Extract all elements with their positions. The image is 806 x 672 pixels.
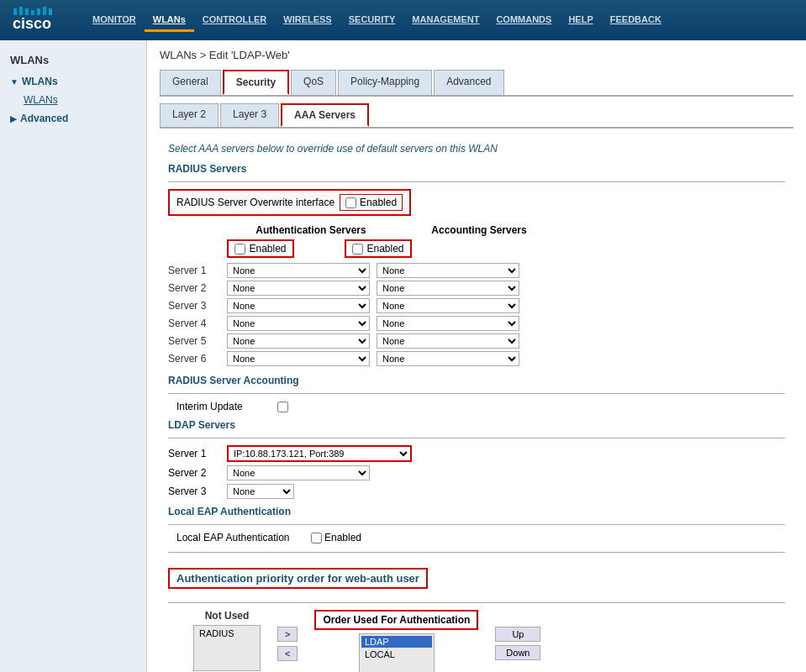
cisco-logo: cisco bbox=[8, 5, 67, 35]
local-eap-divider bbox=[168, 524, 785, 525]
nav-controller[interactable]: CONTROLLER bbox=[194, 9, 275, 32]
acct-server5-select[interactable]: None bbox=[377, 333, 519, 349]
enabled-checkbox-box: Enabled bbox=[340, 194, 403, 211]
tab-security[interactable]: Security bbox=[223, 70, 289, 95]
svg-rect-5 bbox=[37, 8, 40, 15]
not-used-item-empty[interactable] bbox=[196, 640, 258, 652]
acct-server2-select[interactable]: None bbox=[377, 281, 519, 296]
local-eap-checkbox[interactable] bbox=[311, 533, 322, 543]
acct-server4-select[interactable]: None bbox=[377, 316, 519, 331]
ldap-server2-label: Server 2 bbox=[168, 467, 227, 479]
up-button[interactable]: Up bbox=[495, 627, 540, 642]
nav-wireless[interactable]: WIRELESS bbox=[275, 9, 340, 32]
acct-enabled-checkbox[interactable] bbox=[352, 244, 363, 255]
aaa-info-text: Select AAA servers below to override use… bbox=[168, 143, 785, 155]
sub-tab-layer3[interactable]: Layer 3 bbox=[220, 103, 279, 127]
nav-items: MONITOR WLANs CONTROLLER WIRELESS SECURI… bbox=[84, 9, 670, 32]
nav-management[interactable]: MANAGEMENT bbox=[403, 9, 487, 32]
nav-wlans[interactable]: WLANs bbox=[145, 9, 194, 32]
ldap-divider bbox=[168, 438, 785, 438]
tab-policy-mapping[interactable]: Policy-Mapping bbox=[338, 70, 432, 95]
ldap-server2-select[interactable]: None bbox=[227, 465, 370, 480]
tab-advanced[interactable]: Advanced bbox=[434, 70, 503, 95]
nav-commands[interactable]: COMMANDS bbox=[487, 9, 560, 32]
tab-qos[interactable]: QoS bbox=[291, 70, 336, 95]
acct-server6-select[interactable]: None bbox=[377, 351, 519, 366]
acct-server3-select[interactable]: None bbox=[377, 298, 519, 313]
priority-arrows: > < bbox=[277, 627, 298, 661]
auth-priority-header: Authentication priority order for web-au… bbox=[168, 568, 428, 589]
move-left-button[interactable]: < bbox=[277, 646, 298, 661]
order-used-col: Order Used For Authentication LDAP LOCAL bbox=[314, 610, 478, 672]
sidebar-group-label: WLANs bbox=[22, 76, 58, 87]
auth-server2-select[interactable]: None bbox=[227, 281, 370, 296]
sidebar-item-wlans[interactable]: WLANs bbox=[0, 92, 146, 108]
interim-checkbox[interactable] bbox=[277, 402, 288, 412]
ldap-servers-header: LDAP Servers bbox=[168, 419, 785, 431]
auth-server4-select[interactable]: None bbox=[227, 316, 370, 331]
nav-help[interactable]: HELP bbox=[560, 9, 601, 32]
server-row-5: Server 5 None None bbox=[168, 333, 785, 349]
ldap-server1-label: Server 1 bbox=[168, 448, 227, 459]
priority-section: Not Used RADIUS > < Order Used For Authe… bbox=[168, 610, 785, 672]
not-used-item-radius[interactable]: RADIUS bbox=[196, 627, 258, 639]
radius-overwrite-box: RADIUS Server Overwrite interface Enable… bbox=[168, 189, 411, 216]
radius-accounting-header: RADIUS Server Accounting bbox=[168, 375, 785, 386]
auth-enabled-checkbox[interactable] bbox=[234, 244, 245, 255]
radius-servers-header: RADIUS Servers bbox=[168, 163, 785, 175]
order-used-header: Order Used For Authentication bbox=[314, 610, 478, 630]
priority-divider2 bbox=[168, 602, 785, 603]
sidebar-section-title: WLANs bbox=[0, 49, 146, 71]
sidebar-advanced-group[interactable]: ▶ Advanced bbox=[0, 108, 146, 129]
enabled-row: Enabled Enabled bbox=[227, 239, 785, 258]
acct-col-header: Accounting Servers bbox=[395, 224, 563, 236]
svg-rect-3 bbox=[25, 8, 29, 15]
nav-security[interactable]: SECURITY bbox=[340, 9, 404, 32]
auth-server1-select[interactable]: None bbox=[227, 263, 370, 278]
svg-rect-7 bbox=[49, 8, 52, 15]
sidebar-advanced-label: Advanced bbox=[20, 113, 68, 124]
sidebar: WLANs ▼ WLANs WLANs ▶ Advanced bbox=[0, 40, 147, 672]
order-item-local[interactable]: LOCAL bbox=[361, 648, 432, 660]
interim-row: Interim Update bbox=[168, 401, 785, 412]
tab-general[interactable]: General bbox=[160, 70, 221, 95]
down-button[interactable]: Down bbox=[495, 645, 540, 660]
server-row-4: Server 4 None None bbox=[168, 316, 785, 331]
ldap-server3-row: Server 3 None bbox=[168, 484, 785, 499]
svg-rect-1 bbox=[13, 8, 17, 15]
ldap-server1-select[interactable]: IP:10.88.173.121, Port:389 bbox=[227, 445, 412, 462]
interim-label: Interim Update bbox=[176, 401, 277, 412]
overwrite-enabled-checkbox[interactable] bbox=[345, 197, 356, 208]
local-eap-row: Local EAP Authentication Enabled bbox=[168, 532, 785, 543]
svg-rect-6 bbox=[43, 7, 46, 15]
sidebar-wlans-group[interactable]: ▼ WLANs bbox=[0, 71, 146, 92]
server1-label: Server 1 bbox=[168, 265, 227, 276]
server-row-3: Server 3 None None bbox=[168, 298, 785, 313]
server-row-6: Server 6 None None bbox=[168, 351, 785, 366]
server3-label: Server 3 bbox=[168, 300, 227, 312]
server4-label: Server 4 bbox=[168, 318, 227, 329]
move-right-button[interactable]: > bbox=[277, 627, 298, 642]
page-wrap: WLANs ▼ WLANs WLANs ▶ Advanced WLANs > E… bbox=[0, 40, 806, 672]
order-item-empty[interactable] bbox=[361, 661, 432, 672]
overwrite-enabled-label: Enabled bbox=[360, 197, 397, 208]
auth-server5-select[interactable]: None bbox=[227, 333, 370, 349]
order-item-ldap[interactable]: LDAP bbox=[361, 636, 432, 648]
auth-col-header: Authentication Servers bbox=[227, 224, 395, 236]
order-used-listbox: LDAP LOCAL bbox=[359, 633, 435, 672]
auth-server6-select[interactable]: None bbox=[227, 351, 370, 366]
nav-monitor[interactable]: MONITOR bbox=[84, 9, 145, 32]
not-used-title: Not Used bbox=[205, 610, 250, 622]
ldap-server2-row: Server 2 None bbox=[168, 465, 785, 480]
acct-server1-select[interactable]: None bbox=[377, 263, 519, 278]
nav-feedback[interactable]: FEEDBACK bbox=[602, 9, 670, 32]
svg-rect-4 bbox=[31, 10, 34, 15]
auth-server3-select[interactable]: None bbox=[227, 298, 370, 313]
local-eap-enabled-label: Enabled bbox=[324, 532, 361, 543]
ldap-server3-select[interactable]: None bbox=[227, 484, 294, 499]
ldap-server3-label: Server 3 bbox=[168, 486, 227, 497]
sub-tab-aaa[interactable]: AAA Servers bbox=[281, 103, 369, 127]
server-col-headers: Authentication Servers Accounting Server… bbox=[227, 224, 785, 236]
sub-tab-layer2[interactable]: Layer 2 bbox=[160, 103, 219, 127]
server2-label: Server 2 bbox=[168, 282, 227, 294]
